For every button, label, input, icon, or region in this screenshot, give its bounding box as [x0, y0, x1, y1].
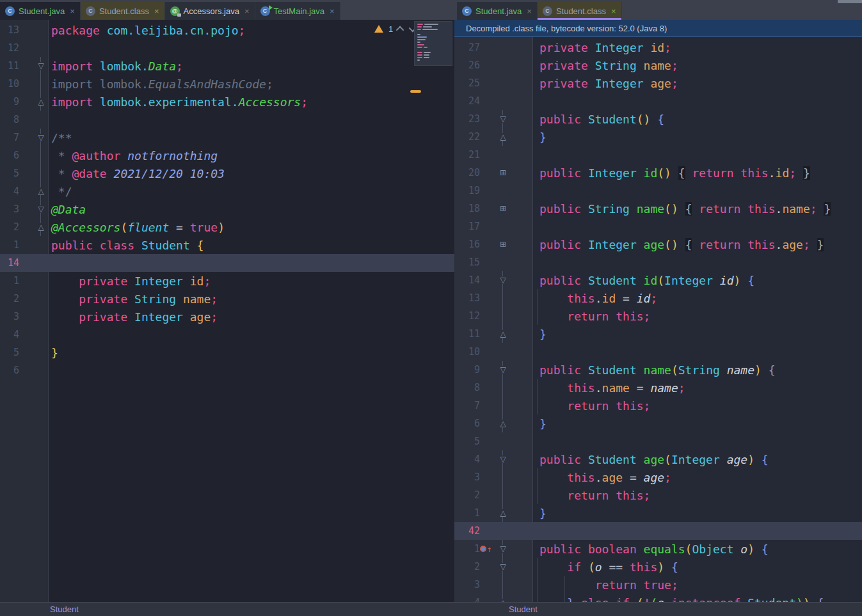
code-line[interactable]: 19	[454, 182, 862, 200]
code-line[interactable]: 2▽ if (o == this) {	[454, 558, 862, 576]
editor-tab-Student.class[interactable]: CStudent.class×	[538, 2, 622, 20]
code-line[interactable]: 20⊞public Integer id() { return this.id;…	[454, 164, 862, 182]
code-line[interactable]: 22△}	[454, 128, 862, 146]
code-text	[533, 522, 862, 540]
fold-down-icon[interactable]: ▽	[37, 62, 44, 70]
fold-down-icon[interactable]: ▽	[499, 563, 506, 571]
code-line[interactable]: 1△}	[454, 504, 862, 522]
code-line[interactable]: 27private Integer id;	[454, 38, 862, 56]
code-line[interactable]: 4△ } else if (!(o instanceof Student)) {	[454, 594, 862, 602]
code-line[interactable]: 11▽import lombok.Data;	[0, 57, 454, 75]
fold-up-icon[interactable]: △	[37, 187, 44, 195]
editor-left[interactable]: 13package com.leijiba.cn.pojo;1211▽impor…	[0, 20, 454, 602]
tab-close-icon[interactable]: ×	[70, 7, 75, 15]
inspections-widget[interactable]: 1	[374, 24, 415, 34]
code-line[interactable]: 6	[0, 361, 454, 379]
code-line[interactable]: 5}	[0, 344, 454, 361]
breadcrumb-item[interactable]: Student	[509, 604, 538, 614]
line-number: 12	[0, 42, 19, 54]
fold-plus-icon[interactable]: ⊞	[499, 205, 507, 212]
fold-down-icon[interactable]: ▽	[37, 205, 44, 213]
editor-tab-TestMain.java[interactable]: CTestMain.java×	[255, 2, 340, 20]
code-line[interactable]: 9▽public Student name(String name) {	[454, 361, 862, 379]
code-preview-thumbnail[interactable]	[414, 21, 452, 66]
code-line[interactable]: 12	[0, 39, 454, 57]
prev-warning-icon[interactable]	[396, 26, 404, 34]
overrides-method-icon[interactable]: ↑	[480, 545, 492, 553]
code-line[interactable]: 3▽@Data	[0, 200, 454, 218]
fold-up-icon[interactable]: △	[499, 599, 506, 602]
code-line[interactable]: 3 return true;	[454, 576, 862, 594]
fold-up-icon[interactable]: △	[499, 509, 506, 517]
code-line[interactable]: 21	[454, 146, 862, 164]
code-line[interactable]: 7▽/**	[0, 129, 454, 146]
code-line[interactable]: 25private Integer age;	[454, 74, 862, 92]
code-line[interactable]: 26private String name;	[454, 56, 862, 74]
fold-up-icon[interactable]: △	[499, 133, 506, 141]
code-line[interactable]: 12 return this;	[454, 307, 862, 325]
code-line[interactable]: 8 this.name = name;	[454, 379, 862, 397]
editor-tab-Accessors.java[interactable]: @Accessors.java×	[165, 2, 255, 20]
fold-up-icon[interactable]: △	[37, 223, 44, 231]
code-line[interactable]: 10import lombok.EqualsAndHashCode;	[0, 75, 454, 93]
fold-down-icon[interactable]: ▽	[499, 455, 506, 463]
tab-close-icon[interactable]: ×	[154, 7, 159, 15]
code-line[interactable]: 1↑▽public boolean equals(Object o) {	[454, 540, 862, 558]
code-line[interactable]: 7 return this;	[454, 397, 862, 415]
code-line[interactable]: 2 private String name;	[0, 290, 454, 308]
editor-tab-Student.java[interactable]: CStudent.java×	[0, 2, 81, 20]
code-token: }	[539, 507, 547, 520]
editor-tab-Student.java[interactable]: CStudent.java×	[457, 2, 538, 20]
fold-up-icon[interactable]: △	[499, 420, 506, 427]
code-line[interactable]: 23▽public Student() {	[454, 110, 862, 128]
code-line[interactable]: 1public class Student {	[0, 236, 454, 254]
fold-down-icon[interactable]: ▽	[499, 366, 506, 374]
fold-down-icon[interactable]: ▽	[499, 276, 506, 284]
tab-close-icon[interactable]: ×	[330, 7, 335, 15]
code-line[interactable]: 17	[454, 217, 862, 235]
code-line[interactable]: 5	[454, 432, 862, 450]
code-line[interactable]: 10	[454, 343, 862, 361]
code-line[interactable]: 3 private Integer age;	[0, 308, 454, 326]
editor-tab-Student.class[interactable]: CStudent.class×	[81, 2, 165, 20]
code-line[interactable]: 6△}	[454, 415, 862, 432]
code-line[interactable]: 8	[0, 111, 454, 129]
code-line[interactable]: 24	[454, 92, 862, 110]
gutter: 2▽	[454, 558, 533, 576]
fold-down-icon[interactable]: ▽	[37, 134, 44, 141]
code-line[interactable]: 2 return this;	[454, 486, 862, 504]
fold-plus-icon[interactable]: ⊞	[499, 169, 507, 177]
code-line[interactable]: 4▽public Student age(Integer age) {	[454, 450, 862, 468]
fold-up-icon[interactable]: △	[37, 98, 44, 106]
tab-close-icon[interactable]: ×	[611, 7, 616, 15]
code-line[interactable]: 11△}	[454, 325, 862, 343]
minimap-segment	[423, 26, 432, 28]
code-line[interactable]: 4	[0, 326, 454, 344]
warning-stripe-mark[interactable]	[410, 90, 421, 93]
code-line[interactable]: 15	[454, 253, 862, 271]
code-line[interactable]: 2△@Accessors(fluent = true)	[0, 218, 454, 236]
tab-close-icon[interactable]: ×	[244, 7, 250, 15]
code-line[interactable]: 42	[454, 522, 862, 540]
code-text: } else if (!(o instanceof Student)) {	[533, 594, 862, 602]
code-line[interactable]: 14▽public Student id(Integer id) {	[454, 271, 862, 289]
code-token: ;	[239, 24, 246, 37]
code-line[interactable]: 14	[0, 254, 454, 272]
code-token: public	[539, 274, 581, 287]
editor-right[interactable]: 27private Integer id;26private String na…	[454, 37, 862, 602]
code-line[interactable]: 1 private Integer id;	[0, 272, 454, 290]
tab-close-icon[interactable]: ×	[527, 7, 532, 15]
breadcrumb-item[interactable]: Student	[50, 604, 79, 614]
code-line[interactable]: 13 this.id = id;	[454, 289, 862, 307]
code-line[interactable]: 6 * @author notfornothing	[0, 146, 454, 164]
code-line[interactable]: 16⊞public Integer age() { return this.ag…	[454, 235, 862, 253]
fold-up-icon[interactable]: △	[499, 330, 506, 338]
code-line[interactable]: 9△import lombok.experimental.Accessors;	[0, 93, 454, 111]
code-line[interactable]: 3 this.age = age;	[454, 468, 862, 486]
code-line[interactable]: 4△ */	[0, 182, 454, 200]
fold-down-icon[interactable]: ▽	[499, 115, 506, 123]
code-line[interactable]: 5 * @date 2021/12/20 10:03	[0, 164, 454, 182]
code-line[interactable]: 18⊞public String name() { return this.na…	[454, 200, 862, 217]
fold-down-icon[interactable]: ▽	[499, 545, 506, 553]
fold-plus-icon[interactable]: ⊞	[499, 241, 507, 248]
